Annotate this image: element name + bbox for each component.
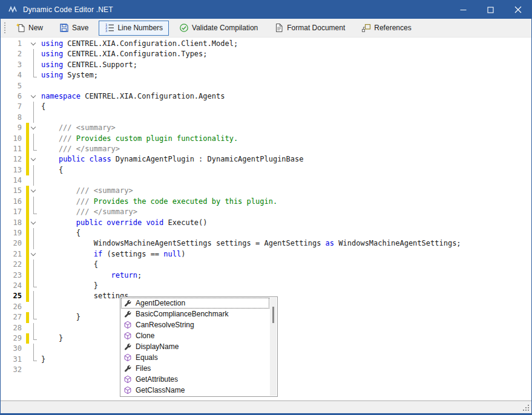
fold-chevron-icon[interactable] bbox=[29, 186, 39, 196]
app-logo-icon bbox=[8, 5, 18, 15]
references-button[interactable]: References bbox=[355, 21, 417, 36]
toolbar: New Save 1 2 3 bbox=[1, 19, 531, 38]
intellisense-item-label: Equals bbox=[136, 353, 158, 362]
code-line[interactable]: 2using CENTREL.XIA.Configuration.Types; bbox=[1, 49, 531, 59]
fold-guide bbox=[29, 207, 39, 217]
code-line[interactable]: 5 bbox=[1, 81, 531, 91]
intellisense-item-label: DisplayName bbox=[136, 342, 179, 351]
intellisense-item-label: GetAttributes bbox=[136, 375, 178, 384]
code-line[interactable]: 20 WindowsMachineAgentSettings settings … bbox=[1, 238, 531, 249]
code-text: } bbox=[39, 333, 63, 344]
fold-chevron-icon[interactable] bbox=[29, 39, 39, 49]
code-line[interactable]: 12 public class DynamicAgentPlugin : Dyn… bbox=[1, 154, 531, 165]
fold-guide bbox=[29, 70, 39, 80]
property-icon bbox=[123, 298, 133, 308]
intellisense-item[interactable]: GetAttributes bbox=[121, 374, 269, 385]
code-text: } bbox=[39, 355, 45, 365]
line-number: 12 bbox=[1, 154, 26, 165]
code-line[interactable]: 15 /// <summary> bbox=[1, 186, 531, 196]
fold-chevron-icon[interactable] bbox=[29, 218, 39, 228]
line-number: 17 bbox=[1, 207, 26, 217]
fold-chevron-icon[interactable] bbox=[29, 123, 39, 133]
code-line[interactable]: 13 { bbox=[1, 165, 531, 175]
fold-guide bbox=[29, 175, 39, 186]
close-button[interactable] bbox=[504, 1, 531, 19]
format-document-button[interactable]: Format Document bbox=[268, 21, 351, 36]
window-title: Dynamic Code Editor .NET bbox=[23, 5, 113, 14]
validate-compilation-button[interactable]: Validate Compilation bbox=[173, 21, 264, 36]
new-button[interactable]: New bbox=[10, 21, 49, 36]
line-number: 11 bbox=[1, 144, 26, 154]
intellisense-scrollbar[interactable] bbox=[270, 298, 277, 396]
line-number: 19 bbox=[1, 228, 26, 238]
code-line[interactable]: 7{ bbox=[1, 102, 531, 112]
code-line[interactable]: 11 /// </summary> bbox=[1, 144, 531, 154]
code-line[interactable]: 10 /// Provides custom plugin functional… bbox=[1, 134, 531, 144]
code-text: settings. bbox=[39, 291, 133, 301]
code-line[interactable]: 8 bbox=[1, 113, 531, 123]
code-line[interactable]: 19 { bbox=[1, 228, 531, 238]
code-line[interactable]: 14 bbox=[1, 175, 531, 186]
fold-chevron-icon[interactable] bbox=[29, 154, 39, 165]
intellisense-item[interactable]: GetClassName bbox=[121, 385, 269, 396]
toolbar-grip[interactable] bbox=[4, 22, 6, 34]
line-numbers-toggle-button[interactable]: 1 2 3 Line Numbers bbox=[99, 21, 169, 36]
code-text: if (settings == null) bbox=[39, 249, 185, 260]
new-button-label: New bbox=[28, 24, 43, 32]
line-number: 29 bbox=[1, 333, 26, 344]
code-line[interactable]: 4using System; bbox=[1, 70, 531, 80]
title-bar[interactable]: Dynamic Code Editor .NET bbox=[1, 1, 531, 19]
fold-guide bbox=[29, 333, 39, 344]
code-editor[interactable]: 1using CENTREL.XIA.Configuration.Client.… bbox=[1, 38, 531, 400]
code-text bbox=[39, 323, 41, 333]
intellisense-item[interactable]: AgentDetection bbox=[121, 298, 269, 309]
method-icon bbox=[123, 374, 133, 384]
app-window: Dynamic Code Editor .NET New bbox=[0, 0, 532, 415]
line-number: 20 bbox=[1, 238, 26, 249]
fold-guide bbox=[29, 312, 39, 322]
code-line[interactable]: 17 /// </summary> bbox=[1, 207, 531, 217]
code-line[interactable]: 22 { bbox=[1, 260, 531, 270]
line-number: 2 bbox=[1, 49, 26, 59]
line-number: 28 bbox=[1, 323, 26, 333]
minimize-button[interactable] bbox=[450, 1, 477, 19]
fold-chevron-icon[interactable] bbox=[29, 249, 39, 260]
code-line[interactable]: 9 /// <summary> bbox=[1, 123, 531, 133]
intellisense-item-label: Files bbox=[136, 364, 151, 373]
line-number: 30 bbox=[1, 344, 26, 354]
property-icon bbox=[123, 364, 133, 373]
fold-guide bbox=[29, 197, 39, 207]
intellisense-item[interactable]: Clone bbox=[121, 330, 269, 341]
svg-text:3: 3 bbox=[105, 29, 107, 33]
resize-grip-icon[interactable] bbox=[522, 404, 530, 412]
code-text: using CENTREL.XIA.Configuration.Client.M… bbox=[39, 39, 238, 49]
code-text: /// </summary> bbox=[39, 144, 120, 154]
intellisense-item[interactable]: BasicComplianceBenchmark bbox=[121, 309, 269, 319]
code-line[interactable]: 21 if (settings == null) bbox=[1, 249, 531, 260]
code-text: /// </summary> bbox=[39, 207, 137, 217]
maximize-button[interactable] bbox=[477, 1, 504, 19]
code-line[interactable]: 6namespace CENTREL.XIA.Configuration.Age… bbox=[1, 91, 531, 102]
code-line[interactable]: 3using CENTREL.Support; bbox=[1, 60, 531, 70]
intellisense-popup: AgentDetectionBasicComplianceBenchmarkCa… bbox=[120, 296, 278, 397]
save-button[interactable]: Save bbox=[53, 21, 94, 36]
code-line[interactable]: 16 /// Provides the code executed by thi… bbox=[1, 197, 531, 207]
intellisense-item[interactable]: DisplayName bbox=[121, 341, 269, 352]
property-icon bbox=[123, 309, 133, 319]
line-number: 8 bbox=[1, 113, 26, 123]
intellisense-item[interactable]: Equals bbox=[121, 352, 269, 363]
code-line[interactable]: 23 return; bbox=[1, 270, 531, 281]
code-text: /// <summary> bbox=[39, 186, 133, 196]
code-line[interactable]: 1using CENTREL.XIA.Configuration.Client.… bbox=[1, 39, 531, 49]
code-line[interactable]: 18 public override void Execute() bbox=[1, 218, 531, 228]
fold-chevron-icon[interactable] bbox=[29, 91, 39, 102]
intellisense-item[interactable]: Files bbox=[121, 363, 269, 374]
fold-guide bbox=[29, 260, 39, 270]
intellisense-scrollbar-thumb[interactable] bbox=[272, 307, 274, 323]
intellisense-item[interactable]: CanResolveString bbox=[121, 319, 269, 330]
line-number: 5 bbox=[1, 81, 26, 91]
code-line[interactable]: 24 } bbox=[1, 281, 531, 291]
code-text: using CENTREL.XIA.Configuration.Types; bbox=[39, 49, 208, 59]
property-icon bbox=[123, 342, 133, 351]
method-icon bbox=[123, 320, 133, 330]
